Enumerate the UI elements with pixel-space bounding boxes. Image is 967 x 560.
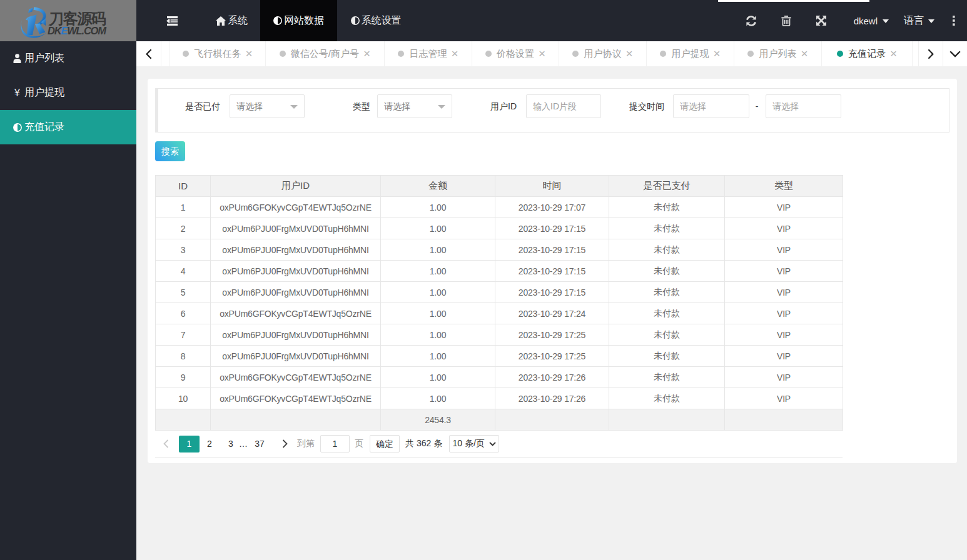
svg-text:DKEWL.COM: DKEWL.COM xyxy=(48,25,107,36)
svg-text:刀客源码: 刀客源码 xyxy=(48,10,106,27)
